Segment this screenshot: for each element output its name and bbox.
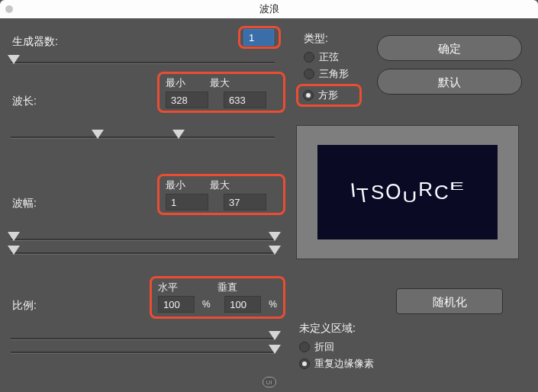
default-button-label: 默认 <box>438 76 461 88</box>
radio-icon <box>299 358 310 369</box>
scale-v-input[interactable] <box>224 296 261 313</box>
type-option-triangle-label: 三角形 <box>319 67 349 81</box>
radio-icon <box>303 90 314 101</box>
wavelength-min-input[interactable] <box>166 92 208 108</box>
preview-frame: ITSOURCE <box>296 125 519 259</box>
amplitude-label: 波幅: <box>12 197 37 210</box>
radio-icon <box>304 69 314 79</box>
percent-label-h: % <box>202 299 211 310</box>
undefined-wrap[interactable]: 折回 <box>299 339 374 355</box>
preview-image: ITSOURCE <box>317 145 498 239</box>
amplitude-max-label: 最大 <box>210 178 230 192</box>
radio-icon <box>304 52 314 63</box>
scale-slider-b[interactable] <box>11 346 275 358</box>
scale-v-label: 垂直 <box>217 281 237 294</box>
ok-button[interactable]: 确定 <box>377 35 522 61</box>
generators-slider[interactable] <box>11 56 275 69</box>
type-option-sine-label: 正弦 <box>319 50 339 64</box>
wavelength-min-label: 最小 <box>166 76 185 90</box>
undefined-repeat[interactable]: 重复边缘像素 <box>299 355 374 372</box>
amplitude-min-label: 最小 <box>166 178 185 192</box>
type-option-triangle[interactable]: 三角形 <box>304 66 349 82</box>
title-bar: 波浪 <box>0 0 538 18</box>
dialog-content: 生成器数: 波长: 最小 最大 波幅: 最小 最大 <box>0 18 538 392</box>
undefined-repeat-label: 重复边缘像素 <box>314 357 374 371</box>
type-option-square-label: 方形 <box>318 88 338 102</box>
amplitude-slider-lo[interactable] <box>11 233 275 246</box>
type-label: 类型: <box>304 32 349 46</box>
scale-label: 比例: <box>12 299 37 313</box>
undefined-wrap-label: 折回 <box>314 340 334 354</box>
generators-label: 生成器数: <box>12 35 58 49</box>
undefined-areas-label: 未定义区域: <box>299 322 374 336</box>
type-option-square[interactable]: 方形 <box>296 84 362 107</box>
scale-h-label: 水平 <box>158 281 178 294</box>
randomize-button-label: 随机化 <box>433 295 467 308</box>
scale-slider-a[interactable] <box>11 333 275 345</box>
amplitude-slider-hi[interactable] <box>11 247 275 259</box>
amplitude-max-input[interactable] <box>224 194 266 210</box>
wavelength-label: 波长: <box>12 95 37 108</box>
watermark-icon: UI <box>263 377 276 387</box>
randomize-button[interactable]: 随机化 <box>396 288 503 314</box>
wavelength-max-label: 最大 <box>210 76 230 90</box>
radio-icon <box>299 342 310 352</box>
scale-h-input[interactable] <box>158 296 195 313</box>
wavelength-slider[interactable] <box>11 131 275 143</box>
amplitude-min-input[interactable] <box>166 194 208 210</box>
window-title: 波浪 <box>259 3 279 14</box>
close-icon[interactable] <box>5 5 13 13</box>
ok-button-label: 确定 <box>438 42 461 55</box>
type-option-sine[interactable]: 正弦 <box>304 49 349 66</box>
percent-label-v: % <box>269 299 277 310</box>
default-button[interactable]: 默认 <box>377 69 522 95</box>
generators-input[interactable] <box>243 29 274 46</box>
wavelength-max-input[interactable] <box>224 92 266 108</box>
